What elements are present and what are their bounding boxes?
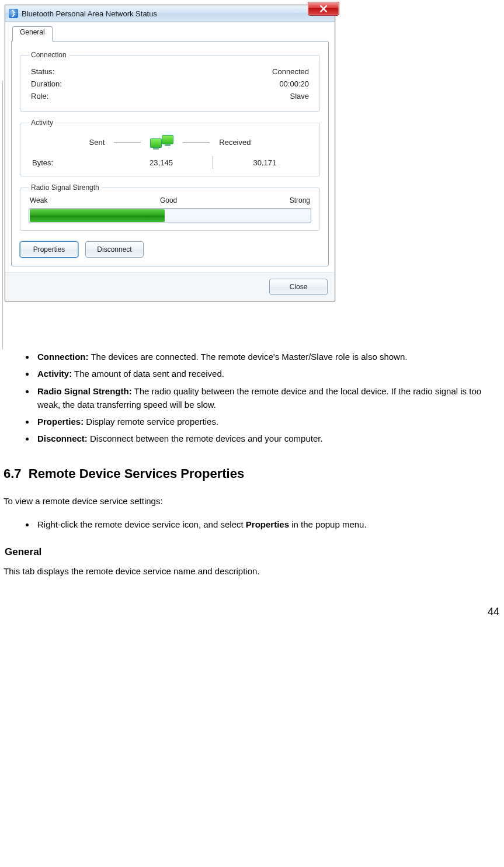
definition-list: Connection: The devices are connected. T… [4,348,499,448]
bluetooth-status-dialog: Bluetooth Personal Area Network Status G… [5,5,335,301]
subsection-text: This tab displays the remote device serv… [4,564,499,578]
status-label: Status: [31,67,54,76]
list-item: Right-click the remote device service ic… [35,516,499,533]
dialog-footer: Close [5,272,335,301]
activity-sent-value: 23,145 [118,158,204,167]
close-button[interactable] [308,2,339,16]
status-value: Connected [272,67,309,76]
signal-strength-fill [30,209,165,222]
activity-sent-label: Sent [89,138,105,147]
activity-divider [213,156,213,169]
tab-general[interactable]: General [12,26,53,41]
disconnect-button[interactable]: Disconnect [85,241,144,258]
dialog-title: Bluetooth Personal Area Network Status [22,9,157,18]
group-signal-legend: Radio Signal Strength [29,183,102,192]
role-value: Slave [290,92,309,100]
list-item: Radio Signal Strength: The radio quality… [35,383,499,414]
term-disconnect-text: Disconnect between the remote devices an… [88,434,323,443]
activity-received-label: Received [219,138,251,147]
dialog-button-row: Properties Disconnect [20,241,320,258]
instruction-pre: Right-click the remote device service ic… [37,519,246,529]
instruction-post: in the popup menu. [289,519,367,529]
activity-dash-left [114,142,141,143]
close-dialog-button[interactable]: Close [269,279,328,295]
term-properties: Properties: [37,417,84,426]
signal-strength-bar [29,208,311,223]
section-heading: 6.7 Remote Device Services Properties [4,464,499,484]
duration-value: 00:00:20 [279,79,309,88]
signal-good-label: Good [160,196,177,204]
group-activity: Activity Sent Received Bytes: 23,145 [20,119,320,176]
close-icon [320,5,327,12]
list-item: Properties: Display remote service prope… [35,413,499,430]
tab-strip: General [11,27,329,41]
bluetooth-icon [9,9,18,18]
group-signal-strength: Radio Signal Strength Weak Good Strong [20,183,320,231]
role-label: Role: [31,92,48,100]
activity-received-value: 30,171 [222,158,308,167]
term-signal: Radio Signal Strength: [37,386,132,396]
page-number: 44 [488,606,499,618]
section-title: Remote Device Services Properties [29,466,244,481]
section-intro: To view a remote device service settings… [4,494,499,508]
group-connection-legend: Connection [29,51,69,59]
network-activity-icon [150,134,173,150]
activity-bytes-label: Bytes: [32,158,118,167]
list-item: Connection: The devices are connected. T… [35,348,499,365]
dialog-client-area: General Connection Status: Connected Dur… [5,22,335,272]
term-properties-text: Display remote service properties. [84,417,218,426]
term-disconnect: Disconnect: [37,434,88,443]
group-connection: Connection Status: Connected Duration: 0… [20,51,320,112]
instruction-bold: Properties [246,519,289,529]
activity-dash-right [183,142,210,143]
document-body: Connection: The devices are connected. T… [0,301,504,578]
dialog-titlebar[interactable]: Bluetooth Personal Area Network Status [5,5,335,22]
term-connection-text: The devices are connected. The remote de… [89,352,408,362]
duration-label: Duration: [31,79,62,88]
term-connection: Connection: [37,352,89,362]
section-number: 6.7 [4,466,22,481]
group-activity-legend: Activity [29,119,55,127]
list-item: Activity: The amount of data sent and re… [35,365,499,382]
tab-page-general: Connection Status: Connected Duration: 0… [11,41,329,266]
signal-weak-label: Weak [30,196,47,204]
signal-strong-label: Strong [290,196,310,204]
subsection-heading: General [5,545,499,560]
page-gutter-line [2,81,3,349]
term-activity-text: The amount of data sent and received. [72,369,224,379]
instruction-list: Right-click the remote device service ic… [4,516,499,533]
properties-button[interactable]: Properties [20,241,78,258]
list-item: Disconnect: Disconnect between the remot… [35,430,499,447]
term-activity: Activity: [37,369,72,379]
